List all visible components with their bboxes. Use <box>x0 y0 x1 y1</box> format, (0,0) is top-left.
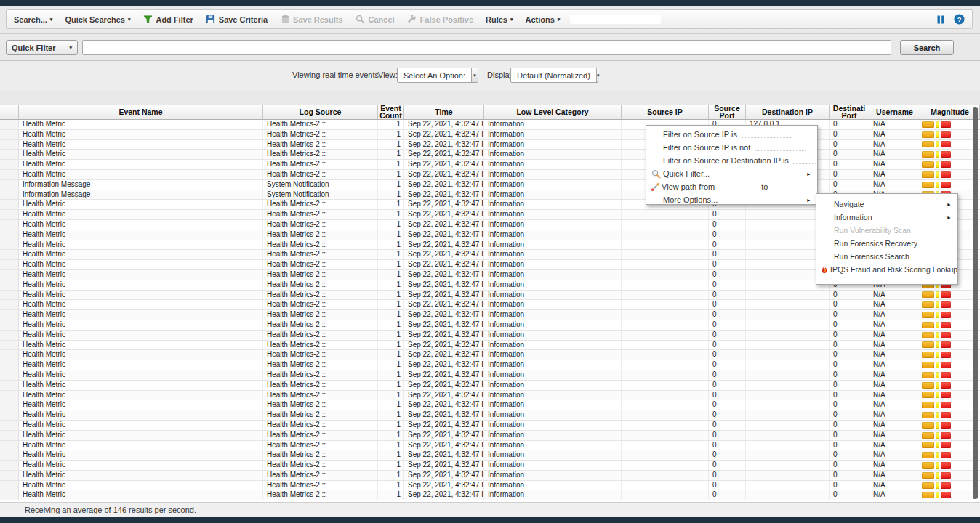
table-row[interactable]: Health MetricHealth Metrics-2 ::1Sep 22,… <box>0 441 980 451</box>
rules-button[interactable]: Rules▾ <box>486 15 513 24</box>
vertical-scrollbar[interactable] <box>973 107 978 499</box>
submenu-item-navigate[interactable]: Navigate► <box>816 198 957 211</box>
table-row[interactable]: Health MetricHealth Metrics-2 ::1Sep 22,… <box>0 481 980 491</box>
table-row[interactable]: Health MetricHealth Metrics-2 ::1Sep 22,… <box>0 450 980 461</box>
table-row[interactable]: Health MetricHealth Metrics-2 ::1Sep 22,… <box>0 381 980 391</box>
table-row[interactable]: Health MetricHealth Metrics-2 ::1Sep 22,… <box>0 490 980 500</box>
save-criteria-label: Save Criteria <box>219 15 268 24</box>
submenu-item-run-forensics-search[interactable]: Run Forensics Search <box>816 250 957 263</box>
table-row[interactable]: Health MetricHealth Metrics-2 ::1Sep 22,… <box>0 300 980 310</box>
menu-item-filter-on-source-or-destination-ip-is[interactable]: Filter on Source or Destination IP is <box>646 154 817 167</box>
cell-destination-port: 0 <box>830 310 869 320</box>
cell-time: Sep 22, 2021, 4:32:47 PM <box>404 200 484 209</box>
display-select[interactable]: Default (Normalized) ▾ <box>510 68 599 83</box>
cell-time: Sep 22, 2021, 4:32:47 PM <box>404 300 484 309</box>
cell-username: N/A <box>869 291 920 300</box>
menu-item-quick-filter[interactable]: Quick Filter...► <box>646 167 817 180</box>
quick-filter-dropdown[interactable]: Quick Filter ▾ <box>6 40 78 55</box>
cell-username: N/A <box>869 170 920 179</box>
menu-item-view-path-from[interactable]: View path fromto <box>646 180 817 193</box>
cell-source-port: 0 <box>709 331 746 340</box>
table-row[interactable]: Health MetricHealth Metrics-2 ::1Sep 22,… <box>0 410 980 421</box>
table-row[interactable]: Health MetricHealth Metrics-2 ::1Sep 22,… <box>0 360 980 370</box>
cell-username: N/A <box>869 471 920 480</box>
cell-magnitude <box>920 400 980 410</box>
cell-log-source: Health Metrics-2 :: <box>263 381 378 390</box>
cell-destination-ip <box>746 490 830 500</box>
submenu-item-run-forensics-recovery[interactable]: Run Forensics Recovery <box>816 237 957 250</box>
col-header-event-count[interactable]: Event Count <box>378 105 404 119</box>
col-header-log-source[interactable]: Log Source <box>263 105 378 119</box>
cell-event-name: Health Metric <box>19 291 263 300</box>
view-select[interactable]: Select An Option: ▾ <box>397 68 478 83</box>
search-input[interactable] <box>82 40 891 55</box>
cell-source-port: 0 <box>709 220 746 230</box>
cell-username: N/A <box>869 120 920 129</box>
cell-event-count: 1 <box>378 160 404 169</box>
save-criteria-button[interactable]: Save Criteria <box>206 15 268 25</box>
chevron-down-icon: ▾ <box>596 68 600 82</box>
col-header-magnitude[interactable]: Magnitude <box>920 105 980 119</box>
col-header-source-ip[interactable]: Source IP <box>622 105 709 119</box>
magnitude-bar-segment <box>936 462 939 469</box>
cell-low-level-category: Information <box>484 150 622 159</box>
cell-time: Sep 22, 2021, 4:32:47 PM <box>404 441 484 450</box>
table-row[interactable]: Health MetricHealth Metrics-2 ::1Sep 22,… <box>0 471 980 481</box>
submenu-item-ipqs-fraud-and-risk-scoring-lookup[interactable]: IPQS Fraud and Risk Scoring Lookup <box>816 263 957 276</box>
cell-low-level-category: Information <box>484 190 622 200</box>
table-row[interactable]: Health MetricHealth Metrics-2 ::1Sep 22,… <box>0 400 980 410</box>
table-row[interactable]: Health MetricHealth Metrics-2 ::1Sep 22,… <box>0 140 980 150</box>
table-row[interactable]: Health MetricHealth Metrics-2 ::1Sep 22,… <box>0 341 980 351</box>
menu-item-filter-on-source-ip-is[interactable]: Filter on Source IP is <box>646 128 817 141</box>
col-header-destination-ip[interactable]: Destination IP <box>746 105 830 119</box>
quick-searches-button[interactable]: Quick Searches▾ <box>65 15 130 24</box>
cell-source-ip <box>622 341 709 350</box>
cell-row-select <box>0 180 19 190</box>
table-row[interactable]: Health MetricHealth Metrics-2 ::1Sep 22,… <box>0 160 980 170</box>
magnitude-bar-segment <box>936 182 939 188</box>
table-row[interactable]: Health MetricHealth Metrics-2 ::1Sep 22,… <box>0 331 980 341</box>
search-button[interactable]: Search <box>900 40 954 55</box>
quick-filter-magnifier-icon <box>650 169 662 179</box>
table-row[interactable]: Health MetricHealth Metrics-2 ::1Sep 22,… <box>0 461 980 471</box>
magnitude-bar-segment <box>922 492 934 498</box>
cell-row-select <box>0 490 19 500</box>
table-row[interactable]: Information MessageSystem Notification1S… <box>0 180 980 190</box>
col-header-time[interactable]: Time <box>404 105 484 119</box>
cell-row-select <box>0 350 19 360</box>
cell-low-level-category: Information <box>484 431 622 440</box>
actions-button[interactable]: Actions▾ <box>525 15 560 24</box>
cell-time: Sep 22, 2021, 4:32:47 PM <box>404 431 484 440</box>
table-row[interactable]: Health MetricHealth Metrics-2 ::1Sep 22,… <box>0 120 980 130</box>
col-header-destination-port[interactable]: Destinati Port <box>830 105 869 119</box>
cell-log-source: Health Metrics-2 :: <box>263 400 378 410</box>
pause-icon[interactable] <box>935 14 947 25</box>
cell-username: N/A <box>869 310 920 320</box>
cell-time: Sep 22, 2021, 4:32:47 PM <box>404 471 484 480</box>
table-row[interactable]: Health MetricHealth Metrics-2 ::1Sep 22,… <box>0 310 980 320</box>
table-row[interactable]: Health MetricHealth Metrics-2 ::1Sep 22,… <box>0 431 980 441</box>
col-header-username[interactable]: Username <box>869 105 920 119</box>
magnitude-bar-segment <box>922 151 934 158</box>
search-button[interactable]: Search...▾ <box>14 15 52 24</box>
table-row[interactable]: Health MetricHealth Metrics-2 ::1Sep 22,… <box>0 421 980 431</box>
table-row[interactable]: Health MetricHealth Metrics-2 ::1Sep 22,… <box>0 370 980 381</box>
table-row[interactable]: Health MetricHealth Metrics-2 ::1Sep 22,… <box>0 391 980 401</box>
col-header-low-level-category[interactable]: Low Level Category <box>484 105 622 119</box>
cell-source-port: 0 <box>709 260 746 269</box>
menu-item-filter-on-source-ip-is-not[interactable]: Filter on Source IP is not <box>646 141 817 154</box>
menu-item-more-options[interactable]: More Options...► <box>646 193 817 206</box>
help-icon[interactable]: ? <box>953 14 965 25</box>
cell-magnitude <box>920 341 980 350</box>
table-row[interactable]: Health MetricHealth Metrics-2 ::1Sep 22,… <box>0 291 980 301</box>
table-row[interactable]: Health MetricHealth Metrics-2 ::1Sep 22,… <box>0 150 980 160</box>
cell-event-name: Health Metric <box>19 320 263 330</box>
submenu-item-information[interactable]: Information► <box>816 211 957 224</box>
table-row[interactable]: Health MetricHealth Metrics-2 ::1Sep 22,… <box>0 170 980 180</box>
table-row[interactable]: Health MetricHealth Metrics-2 ::1Sep 22,… <box>0 130 980 140</box>
add-filter-button[interactable]: Add Filter <box>142 15 193 25</box>
table-row[interactable]: Health MetricHealth Metrics-2 ::1Sep 22,… <box>0 350 980 360</box>
col-header-event-name[interactable]: Event Name <box>19 105 263 119</box>
table-row[interactable]: Health MetricHealth Metrics-2 ::1Sep 22,… <box>0 320 980 331</box>
col-header-source-port[interactable]: Source Port <box>709 105 746 119</box>
